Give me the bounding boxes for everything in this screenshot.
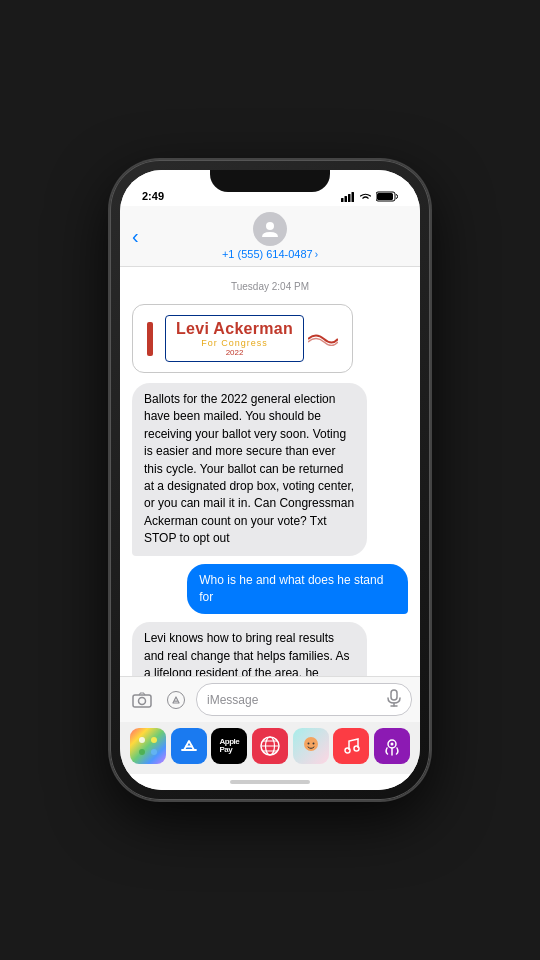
- svg-point-6: [266, 222, 274, 230]
- svg-point-8: [139, 697, 146, 704]
- status-icons: [341, 191, 398, 202]
- signal-icon: [341, 192, 355, 202]
- battery-icon: [376, 191, 398, 202]
- dock-photos-icon[interactable]: [130, 728, 166, 764]
- back-button[interactable]: ‹: [132, 225, 160, 248]
- camera-button[interactable]: [128, 686, 156, 714]
- svg-rect-1: [345, 196, 348, 202]
- wifi-icon: [359, 192, 372, 202]
- podcasts-icon: [382, 736, 402, 756]
- dock-applepay-icon[interactable]: ApplePay: [211, 728, 247, 764]
- svg-point-13: [139, 737, 145, 743]
- campaign-card: Levi Ackerman For Congress 2022: [132, 304, 353, 373]
- message-incoming-2: Levi knows how to bring real results and…: [132, 622, 367, 676]
- ribbon-decor: [308, 332, 338, 346]
- nav-center: +1 (555) 614-0487 ›: [160, 212, 380, 260]
- phone-frame: 2:49: [110, 160, 430, 800]
- svg-point-23: [354, 746, 359, 751]
- svg-rect-2: [348, 194, 351, 202]
- campaign-name: Levi Ackerman: [176, 320, 293, 338]
- svg-point-16: [151, 749, 157, 755]
- notch: [210, 170, 330, 192]
- dock: ApplePay: [120, 722, 420, 774]
- messages-area[interactable]: Tuesday 2:04 PM Levi Ackerman For Congre…: [120, 267, 420, 676]
- message-incoming-1: Ballots for the 2022 general election ha…: [132, 383, 367, 556]
- svg-point-22: [345, 748, 350, 753]
- phone-screen: 2:49: [120, 170, 420, 790]
- svg-rect-3: [352, 192, 355, 202]
- dock-appstore-icon[interactable]: [171, 728, 207, 764]
- svg-point-25: [390, 743, 393, 746]
- apps-icon: [167, 691, 185, 709]
- photos-icon: [136, 734, 160, 758]
- dock-podcasts-icon[interactable]: [374, 728, 410, 764]
- home-indicator: [120, 774, 420, 790]
- camera-icon: [132, 692, 152, 708]
- svg-rect-10: [391, 690, 397, 700]
- input-bar: iMessage: [120, 676, 420, 722]
- svg-point-9: [168, 691, 185, 708]
- microphone-icon: [387, 689, 401, 707]
- svg-point-14: [151, 737, 157, 743]
- svg-rect-0: [341, 198, 344, 202]
- person-icon: [260, 219, 280, 239]
- campaign-bracket: [147, 322, 153, 356]
- appstore-small-button[interactable]: [162, 686, 190, 714]
- dock-globe-icon[interactable]: [252, 728, 288, 764]
- globe-icon: [259, 735, 281, 757]
- audio-icon: [387, 689, 401, 710]
- svg-rect-5: [377, 193, 393, 200]
- nav-bar: ‹ +1 (555) 614-0487 ›: [120, 206, 420, 267]
- input-placeholder: iMessage: [207, 693, 258, 707]
- appstore-icon: [179, 736, 199, 756]
- campaign-subtitle: For Congress: [176, 338, 293, 348]
- contact-avatar: [253, 212, 287, 246]
- message-outgoing-1: Who is he and what does he stand for: [187, 564, 408, 615]
- message-input[interactable]: iMessage: [196, 683, 412, 716]
- timestamp: Tuesday 2:04 PM: [132, 281, 408, 292]
- music-icon: [341, 736, 361, 756]
- contact-info[interactable]: +1 (555) 614-0487 ›: [222, 248, 318, 260]
- status-time: 2:49: [142, 190, 164, 202]
- campaign-box: Levi Ackerman For Congress 2022: [165, 315, 304, 362]
- campaign-year: 2022: [176, 348, 293, 357]
- svg-point-15: [139, 749, 145, 755]
- svg-point-20: [307, 743, 309, 745]
- svg-point-21: [312, 743, 314, 745]
- dock-memoji-icon[interactable]: [293, 728, 329, 764]
- contact-number: +1 (555) 614-0487: [222, 248, 313, 260]
- home-bar: [230, 780, 310, 784]
- memoji-icon: [299, 734, 323, 758]
- contact-chevron: ›: [315, 249, 318, 260]
- dock-music-icon[interactable]: [333, 728, 369, 764]
